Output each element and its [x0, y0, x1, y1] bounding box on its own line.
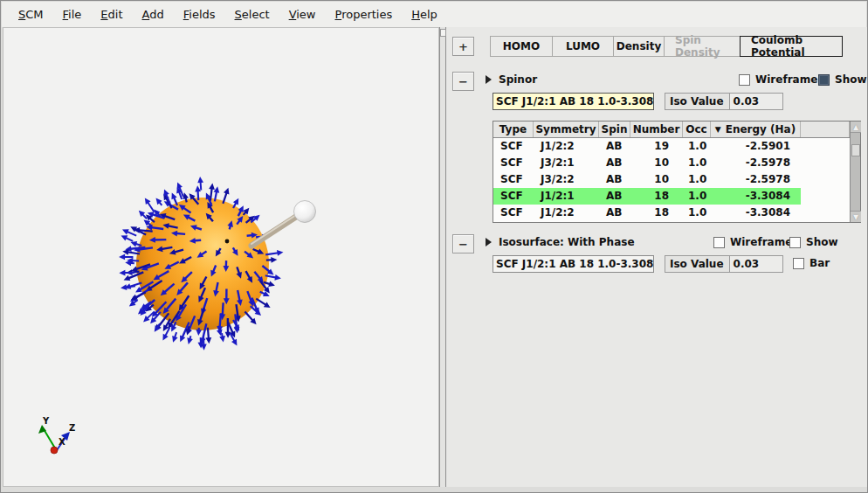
axis-y-label: Y [42, 416, 50, 426]
table-row[interactable]: SCFJ1/2:1AB181.0-3.3084 [493, 188, 850, 205]
axis-x-label: X [59, 437, 65, 447]
table-cell: -3.3084 [711, 188, 801, 205]
molecule-viewport[interactable]: Y Z X [3, 27, 439, 487]
table-cell: SCF [493, 171, 534, 188]
field-tab-row: HOMO LUMO Density Spin Density Coulomb P… [490, 36, 843, 57]
table-cell: 1.0 [683, 155, 711, 171]
menu-file[interactable]: File [53, 4, 92, 24]
column-header-symmetry[interactable]: Symmetry [534, 122, 599, 137]
isosurface-isovalue-label: Iso Value [665, 256, 730, 272]
axis-z-label: Z [69, 423, 75, 433]
table-cell: AB [599, 205, 630, 221]
spinor-collapse-button[interactable]: − [452, 72, 474, 91]
scroll-down-icon[interactable]: ▼ [851, 211, 861, 222]
expand-arrow-icon[interactable] [486, 75, 492, 84]
menu-help[interactable]: Help [402, 4, 447, 24]
app-window: SCM File Edit Add Fields Select View Pro… [0, 0, 868, 493]
isosurface-field-selector[interactable]: SCF J1/2:1 AB 18 1.0 -3.308 [493, 255, 654, 273]
table-header-row: TypeSymmetrySpinNumberOcc▼Energy (Ha) [493, 122, 850, 138]
table-cell: J1/2:2 [534, 205, 599, 221]
table-row[interactable]: SCFJ3/2:1AB101.0-2.5978 [493, 155, 850, 171]
spinor-isovalue-group: Iso Value 0.03 [665, 93, 783, 110]
sort-descending-icon: ▼ [715, 122, 721, 137]
isosurface-bar-option: Bar [793, 257, 830, 269]
column-header-occ[interactable]: Occ [683, 122, 711, 137]
table-cell-filler [801, 205, 850, 221]
scrollbar-thumb[interactable] [851, 144, 860, 156]
nucleus-dot [225, 240, 230, 244]
expand-arrow-icon[interactable] [486, 238, 492, 246]
spinor-wireframe-checkbox[interactable] [739, 74, 750, 86]
table-cell: -2.5978 [711, 171, 801, 188]
orientation-axes: Y Z X [38, 416, 75, 454]
hydrogen-atom[interactable] [294, 201, 316, 223]
table-cell: SCF [493, 205, 534, 221]
isosurface-wireframe-option: Wireframe [713, 236, 792, 248]
table-cell: SCF [493, 188, 534, 205]
column-header-type[interactable]: Type [493, 122, 534, 137]
table-cell: -3.3084 [711, 205, 801, 221]
isosurface-isovalue-group: Iso Value 0.03 [665, 255, 783, 273]
orbital-table: TypeSymmetrySpinNumberOcc▼Energy (Ha)SCF… [493, 121, 861, 223]
table-cell: J3/2:2 [534, 171, 599, 188]
table-row[interactable]: SCFJ1/2:2AB181.0-3.3084 [493, 205, 850, 221]
menu-scm[interactable]: SCM [9, 4, 53, 24]
menu-bar: SCM File Edit Add Fields Select View Pro… [2, 2, 866, 27]
scroll-up-icon[interactable]: ▲ [851, 122, 861, 133]
tab-lumo[interactable]: LUMO [552, 36, 614, 57]
table-cell: 1.0 [683, 138, 711, 155]
tab-homo[interactable]: HOMO [490, 36, 553, 57]
isosurface-collapse-button[interactable]: − [452, 234, 474, 253]
table-row[interactable]: SCFJ3/2:2AB101.0-2.5978 [493, 171, 850, 188]
table-cell: 18 [630, 188, 683, 205]
spinor-show-checkbox[interactable] [818, 74, 830, 86]
menu-add[interactable]: Add [133, 4, 174, 24]
isosurface-show-option: Show [789, 236, 838, 248]
isosurface-bar-checkbox[interactable] [793, 258, 804, 269]
table-cell: J3/2:1 [534, 155, 599, 171]
table-cell-filler [801, 171, 850, 188]
isosurface-show-checkbox[interactable] [789, 237, 801, 248]
menu-fields[interactable]: Fields [174, 4, 225, 24]
table-cell: 10 [630, 171, 683, 188]
field-control-panel: + HOMO LUMO Density Spin Density Coulomb… [446, 27, 867, 487]
sash-handle[interactable] [440, 29, 446, 37]
spinor-vector-scene: Y Z X [3, 28, 438, 486]
table-cell-filler [801, 138, 850, 155]
menu-view[interactable]: View [279, 4, 326, 24]
table-cell: AB [599, 171, 630, 188]
add-field-button[interactable]: + [452, 37, 474, 56]
table-cell: 10 [630, 155, 683, 171]
isosurface-section-header[interactable]: Isosurface: With Phase [486, 236, 635, 248]
spinor-section-header[interactable]: Spinor [486, 73, 537, 86]
table-cell: 1.0 [683, 188, 711, 205]
spinor-field-selector[interactable]: SCF J1/2:1 AB 18 1.0 -3.308 [493, 93, 654, 110]
isosurface-isovalue-input[interactable]: 0.03 [730, 256, 782, 272]
tab-density[interactable]: Density [613, 36, 665, 57]
column-header-energy-ha-[interactable]: ▼Energy (Ha) [711, 122, 801, 137]
menu-select[interactable]: Select [225, 4, 279, 24]
table-cell: AB [599, 155, 630, 171]
tab-coulomb-potential[interactable]: Coulomb Potential [740, 36, 843, 57]
column-header-spin[interactable]: Spin [599, 122, 630, 137]
table-cell: J1/2:2 [534, 138, 599, 155]
spinor-show-option: Show [818, 73, 867, 86]
column-header-filler [801, 122, 850, 137]
pane-divider[interactable] [439, 27, 446, 487]
isosurface-title: Isosurface: With Phase [499, 236, 635, 248]
spinor-wireframe-option: Wireframe [739, 73, 817, 86]
spinor-title: Spinor [499, 73, 537, 86]
spinor-isovalue-label: Iso Value [665, 94, 730, 109]
menu-properties[interactable]: Properties [326, 4, 403, 24]
isosurface-wireframe-checkbox[interactable] [713, 237, 725, 248]
column-header-number[interactable]: Number [630, 122, 683, 137]
table-cell: 18 [630, 205, 683, 221]
spinor-isovalue-input[interactable]: 0.03 [730, 94, 782, 109]
table-cell-filler [801, 188, 850, 205]
table-row[interactable]: SCFJ1/2:2AB191.0-2.5901 [493, 138, 850, 155]
menu-edit[interactable]: Edit [91, 4, 132, 24]
table-cell: SCF [493, 138, 534, 155]
table-scrollbar[interactable]: ▲ ▼ [850, 122, 860, 222]
table-cell: 1.0 [683, 205, 711, 221]
table-cell: -2.5901 [711, 138, 801, 155]
